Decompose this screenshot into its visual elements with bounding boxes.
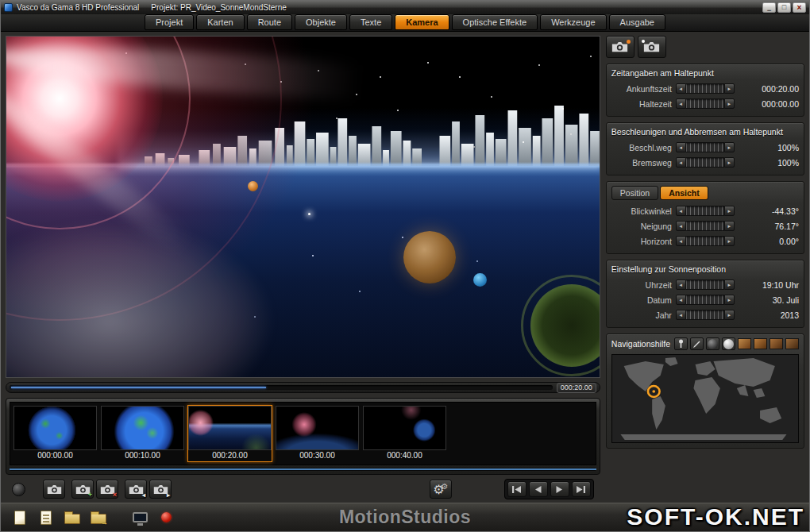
beschlweg-slider[interactable] [676,142,735,152]
timeline-strip[interactable]: 000:00.00 000:10.00 000:20.00 000:30.00 [10,402,596,465]
horizont-slider[interactable] [676,236,735,246]
jahr-slider[interactable] [676,310,735,320]
nav-pin-button[interactable] [674,337,688,350]
slider-track[interactable] [686,295,724,305]
slider-increase-icon[interactable] [724,206,735,216]
minimize-icon[interactable] [762,2,776,13]
tab-werkzeuge[interactable]: Werkzeuge [540,14,606,30]
step-forward-button[interactable] [550,481,569,497]
open-project-button[interactable] [63,507,82,528]
edit-project-button[interactable] [37,507,56,528]
slider-increase-icon[interactable] [724,142,735,152]
tab-optische-effekte[interactable]: Optische Effekte [452,14,538,30]
slider-increase-icon[interactable] [724,83,735,94]
slider-increase-icon[interactable] [724,221,735,231]
settings-gears-button[interactable] [430,480,452,499]
slider-decrease-icon[interactable] [676,279,686,290]
neigung-slider[interactable] [676,221,735,231]
camera-icon [153,484,168,495]
timeline-clip-3-selected[interactable]: 000:20.00 [187,405,272,462]
slider-track[interactable] [686,83,724,94]
title-bar[interactable]: Vasco da Gama 8 HD Professional Projekt:… [1,1,809,14]
tab-ansicht[interactable]: Ansicht [660,186,708,200]
slider-track[interactable] [686,142,724,152]
scrubber-track[interactable] [10,385,553,390]
slider-increase-icon[interactable] [724,295,735,305]
slider-track[interactable] [686,98,724,109]
slider-track[interactable] [686,221,724,231]
slider-increase-icon[interactable] [724,310,735,320]
slider-decrease-icon[interactable] [676,142,686,152]
bremsweg-slider[interactable] [676,157,735,168]
time-scrubber[interactable]: 000:20.00 [6,382,600,393]
nav-globe-light-button[interactable] [722,337,735,350]
add-camera-waypoint-button[interactable] [71,480,94,499]
camera-flight-button[interactable] [638,36,666,58]
uhrzeit-slider[interactable] [676,279,735,290]
slider-increase-icon[interactable] [724,279,735,290]
timeline-clip-2[interactable]: 000:10.00 [100,405,185,462]
skip-last-button[interactable] [572,481,591,497]
record-dot-button[interactable] [12,483,25,496]
camera-icon [611,41,628,52]
nav-globe-dark-button[interactable] [706,337,719,350]
clip-time: 000:10.00 [101,450,184,461]
nav-pen-button[interactable] [690,337,704,350]
timeline-clip-4[interactable]: 000:30.00 [275,405,360,462]
map-style-thumb-4[interactable] [785,338,799,349]
slider-decrease-icon[interactable] [676,206,686,216]
tab-texte[interactable]: Texte [349,14,392,30]
next-camera-waypoint-button[interactable] [149,480,172,499]
tab-kamera[interactable]: Kamera [395,14,449,30]
slider-track[interactable] [686,279,724,290]
new-project-button[interactable] [10,507,29,528]
ankunftszeit-slider[interactable] [676,83,735,94]
tab-ausgabe[interactable]: Ausgabe [609,14,665,30]
tab-projekt[interactable]: Projekt [145,14,194,30]
step-back-button[interactable] [529,481,548,497]
slider-increase-icon[interactable] [724,98,735,109]
slider-track[interactable] [686,157,724,168]
datum-slider[interactable] [676,295,735,305]
slider-decrease-icon[interactable] [676,221,686,231]
preview-viewport[interactable] [6,36,600,378]
skip-first-button[interactable] [507,481,526,497]
blickwinkel-slider[interactable] [676,206,735,216]
tab-objekte[interactable]: Objekte [295,14,347,30]
slider-decrease-icon[interactable] [676,83,686,94]
slider-decrease-icon[interactable] [676,295,686,305]
camera-record-button[interactable] [606,36,634,58]
haltezeit-slider[interactable] [676,98,735,109]
preview-monitor-button[interactable] [130,507,149,528]
render-button[interactable] [156,507,176,528]
world-map[interactable] [611,354,799,443]
maximize-icon[interactable] [777,2,791,13]
slider-decrease-icon[interactable] [676,157,686,168]
tab-karten[interactable]: Karten [196,14,244,30]
step-back-icon [533,485,543,494]
timeline-clip-1[interactable]: 000:00.00 [13,405,98,462]
slider-increase-icon[interactable] [724,157,735,168]
slider-decrease-icon[interactable] [676,98,686,109]
delete-camera-waypoint-button[interactable] [96,480,118,499]
slider-track[interactable] [686,310,724,320]
slider-track[interactable] [686,206,724,216]
slider-decrease-icon[interactable] [676,236,686,246]
timeline-scrollbar-thumb[interactable] [10,468,596,470]
tab-route[interactable]: Route [247,14,292,30]
pin-icon [677,339,685,349]
slider-decrease-icon[interactable] [676,310,686,320]
camera-view-button[interactable] [43,480,65,499]
close-icon[interactable] [793,2,806,13]
tab-position[interactable]: Position [611,186,658,200]
import-project-button[interactable] [89,507,108,528]
timeline-clip-5[interactable]: 000:40.00 [362,405,447,462]
map-style-thumb-1[interactable] [738,338,751,349]
map-style-thumb-2[interactable] [754,338,767,349]
slider-increase-icon[interactable] [724,236,735,246]
slider-track[interactable] [686,236,724,246]
param-label: Datum [611,295,672,305]
prev-camera-waypoint-button[interactable] [125,480,147,499]
timeline-scrollbar[interactable] [10,468,596,471]
map-style-thumb-3[interactable] [770,338,783,349]
